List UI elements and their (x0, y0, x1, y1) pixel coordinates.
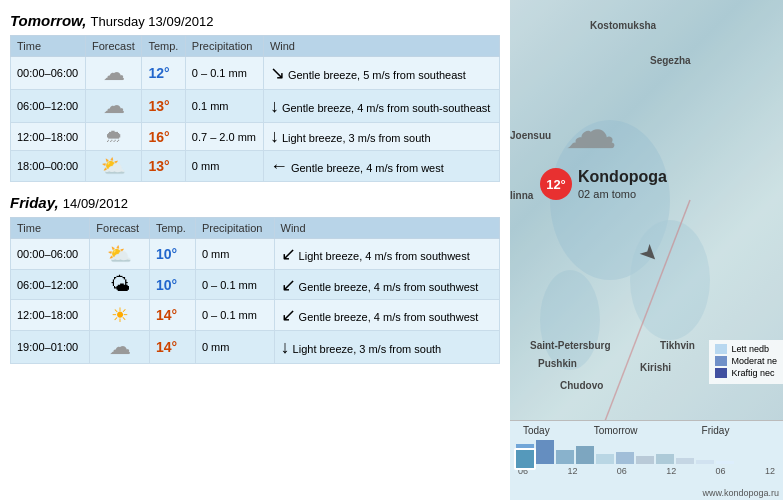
hour-label-6: 12 (765, 466, 775, 476)
legend-color-1 (715, 344, 727, 354)
timeline-bar-8 (656, 454, 674, 464)
cell-wind: ← Gentle breeze, 4 m/s from west (263, 151, 499, 182)
timeline-bar-9 (676, 458, 694, 464)
tomorrow-label: Tomorrow, (10, 12, 86, 29)
col-forecast-1: Forecast (85, 36, 141, 57)
cell-time: 18:00–00:00 (11, 151, 86, 182)
tomorrow-table: Time Forecast Temp. Precipitation Wind 0… (10, 35, 500, 182)
cell-wind: ↙ Gentle breeze, 4 m/s from southwest (274, 270, 499, 300)
friday-date: 14/09/2012 (63, 196, 128, 211)
hour-label-3: 06 (617, 466, 627, 476)
table-row: 00:00–06:00 ☁ 12° 0 – 0.1 mm ↘ Gentle br… (11, 57, 500, 90)
cell-forecast: ⛅ (85, 151, 141, 182)
timeline-bar-11 (716, 461, 734, 464)
label-pushkin: Pushkin (538, 358, 577, 369)
table-row: 06:00–12:00 ☁ 13° 0.1 mm ↓ Gentle breeze… (11, 90, 500, 123)
legend-item-1: Lett nedb (715, 344, 777, 354)
cell-time: 12:00–18:00 (11, 300, 90, 331)
friday-tl-label: Friday (702, 425, 730, 436)
col-wind-2: Wind (274, 218, 499, 239)
map-background: Kostomuksha Segezha Joensuu linna Saint-… (510, 0, 783, 500)
label-linna: linna (510, 190, 533, 201)
cell-temp: 10° (149, 270, 195, 300)
cell-temp: 16° (142, 123, 185, 151)
friday-header: Friday, 14/09/2012 (10, 194, 500, 211)
legend-label-2: Moderat ne (731, 356, 777, 366)
cell-temp: 13° (142, 151, 185, 182)
cell-precip: 0.7 – 2.0 mm (185, 123, 263, 151)
col-forecast-2: Forecast (90, 218, 150, 239)
cell-temp: 10° (149, 239, 195, 270)
label-tikhvin: Tikhvin (660, 340, 695, 351)
cell-time: 06:00–12:00 (11, 270, 90, 300)
map-time-label: 02 am tomo (578, 188, 636, 200)
legend: Lett nedb Moderat ne Kraftig nec (709, 340, 783, 384)
label-segezha: Segezha (650, 55, 691, 66)
timeline-bar-6 (616, 452, 634, 464)
cell-wind: ↘ Gentle breeze, 5 m/s from southeast (263, 57, 499, 90)
label-kostomuksha: Kostomuksha (590, 20, 656, 31)
col-precip-2: Precipitation (195, 218, 274, 239)
timeline-indicator (514, 448, 536, 470)
table-row: 19:00–01:00 ☁ 14° 0 mm ↓ Light breeze, 3… (11, 331, 500, 364)
timeline-bars (510, 438, 783, 466)
timeline-bar: Today Tomorrow Friday 06 12 (510, 420, 783, 500)
cell-time: 00:00–06:00 (11, 57, 86, 90)
cell-time: 00:00–06:00 (11, 239, 90, 270)
hour-label-2: 12 (567, 466, 577, 476)
friday-table: Time Forecast Temp. Precipitation Wind 0… (10, 217, 500, 364)
table-row: 12:00–18:00 🌧 16° 0.7 – 2.0 mm ↓ Light b… (11, 123, 500, 151)
cell-precip: 0 – 0.1 mm (185, 57, 263, 90)
hour-label-5: 06 (716, 466, 726, 476)
friday-label: Friday, (10, 194, 59, 211)
table-row: 12:00–18:00 ☀ 14° 0 – 0.1 mm ↙ Gentle br… (11, 300, 500, 331)
cell-wind: ↙ Light breeze, 4 m/s from southwest (274, 239, 499, 270)
tomorrow-date: Thursday 13/09/2012 (91, 14, 214, 29)
table-row: 00:00–06:00 ⛅ 10° 0 mm ↙ Light breeze, 4… (11, 239, 500, 270)
cell-precip: 0 mm (195, 331, 274, 364)
cell-forecast: ☁ (90, 331, 150, 364)
col-temp-1: Temp. (142, 36, 185, 57)
label-joensuu: Joensuu (510, 130, 551, 141)
cell-forecast: 🌤 (90, 270, 150, 300)
cell-temp: 12° (142, 57, 185, 90)
map-temp-circle: 12° (540, 168, 572, 200)
legend-label-1: Lett nedb (731, 344, 769, 354)
cell-time: 19:00–01:00 (11, 331, 90, 364)
cell-time: 12:00–18:00 (11, 123, 86, 151)
left-panel: Tomorrow, Thursday 13/09/2012 Time Forec… (0, 0, 510, 500)
col-temp-2: Temp. (149, 218, 195, 239)
timeline-bar-7 (636, 456, 654, 464)
timeline-bar-10 (696, 460, 714, 464)
today-label: Today (523, 425, 550, 436)
col-precip-1: Precipitation (185, 36, 263, 57)
label-saint-petersburg: Saint-Petersburg (530, 340, 611, 351)
timeline-bar-3 (556, 450, 574, 464)
cell-time: 06:00–12:00 (11, 90, 86, 123)
col-wind-1: Wind (263, 36, 499, 57)
legend-label-3: Kraftig nec (731, 368, 774, 378)
cell-forecast: ⛅ (90, 239, 150, 270)
right-panel: Kostomuksha Segezha Joensuu linna Saint-… (510, 0, 783, 500)
cell-temp: 14° (149, 331, 195, 364)
legend-color-3 (715, 368, 727, 378)
label-kirishi: Kirishi (640, 362, 671, 373)
table-row: 06:00–12:00 🌤 10° 0 – 0.1 mm ↙ Gentle br… (11, 270, 500, 300)
cell-wind: ↙ Gentle breeze, 4 m/s from southwest (274, 300, 499, 331)
tomorrow-header: Tomorrow, Thursday 13/09/2012 (10, 12, 500, 29)
cell-wind: ↓ Gentle breeze, 4 m/s from south-southe… (263, 90, 499, 123)
cell-precip: 0 – 0.1 mm (195, 300, 274, 331)
timeline-bar-5 (596, 454, 614, 464)
timeline-hours: 06 12 06 12 06 12 (510, 466, 783, 476)
map-cloud-icon: ☁ (565, 100, 617, 160)
cell-precip: 0.1 mm (185, 90, 263, 123)
cell-temp: 14° (149, 300, 195, 331)
timeline-bar-4 (576, 446, 594, 464)
legend-item-2: Moderat ne (715, 356, 777, 366)
col-time-1: Time (11, 36, 86, 57)
timeline-section-labels: Today Tomorrow Friday (510, 421, 783, 438)
legend-item-3: Kraftig nec (715, 368, 777, 378)
col-time-2: Time (11, 218, 90, 239)
label-chudovo: Chudovo (560, 380, 603, 391)
cell-precip: 0 mm (195, 239, 274, 270)
